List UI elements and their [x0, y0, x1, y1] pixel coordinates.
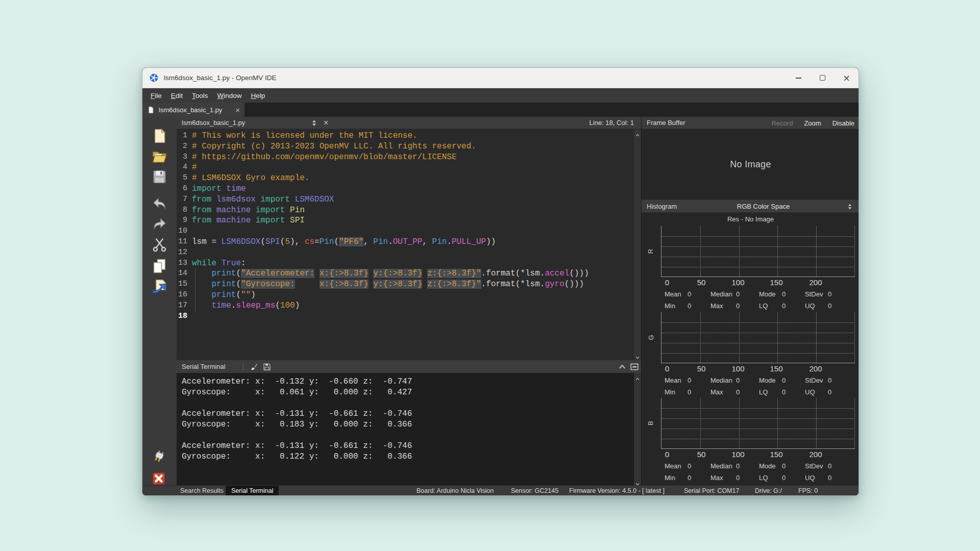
stat-value: 0 — [688, 302, 691, 310]
code-token: = — [314, 237, 320, 246]
terminal-line: Accelerometer: x: -0.132 y: -0.660 z: -0… — [182, 377, 641, 387]
code-token — [251, 216, 256, 225]
save-file-button[interactable] — [151, 168, 168, 185]
code-token: ())) — [565, 280, 584, 289]
code-token — [285, 206, 290, 215]
stat-label: Max — [710, 474, 736, 482]
code-token — [290, 195, 295, 204]
status-tab-serial-terminal[interactable]: Serial Terminal — [226, 486, 279, 496]
collapse-terminal-icon[interactable] — [618, 362, 627, 371]
scroll-down-icon[interactable] — [635, 480, 640, 485]
frame-buffer-view[interactable]: No Image — [642, 129, 859, 199]
code-token: cs — [305, 237, 314, 246]
minimize-button[interactable] — [787, 68, 811, 88]
connect-button[interactable] — [151, 449, 166, 465]
gridline — [739, 226, 740, 277]
disable-button[interactable]: Disable — [832, 119, 854, 127]
stat-label: UQ — [805, 388, 828, 396]
stat-mode: Mode0 — [759, 290, 786, 298]
open-file-name: lsm6dsox_basic_1.py — [182, 117, 245, 129]
menu-window[interactable]: Window — [213, 92, 247, 99]
editor-scrollbar[interactable] — [634, 129, 641, 360]
terminal-scrollbar[interactable] — [634, 373, 641, 486]
status-tab-search-results[interactable]: Search Results — [175, 486, 229, 496]
detach-terminal-icon[interactable] — [630, 362, 639, 371]
openmv-ide-window: lsm6dsox_basic_1.py - OpenMV IDE × FileE… — [142, 67, 859, 496]
menu-edit[interactable]: Edit — [166, 92, 187, 99]
redo-button[interactable] — [151, 216, 168, 233]
axis-tick: 150 — [770, 278, 782, 287]
code-line: 7from lsm6dsox import LSM6DSOX — [177, 194, 641, 205]
new-file-button[interactable] — [151, 128, 168, 144]
zoom-button[interactable]: Zoom — [804, 119, 821, 127]
gridline — [700, 226, 701, 277]
code-token: . — [447, 237, 452, 246]
line-content: from machine import SPI — [192, 215, 305, 226]
menu-file[interactable]: File — [146, 92, 166, 99]
paste-button[interactable] — [151, 278, 168, 295]
histogram-title: Histogram — [647, 200, 677, 213]
stats-row: Min0Max0LQ0UQ0 — [642, 302, 859, 312]
axis-tick: 50 — [697, 364, 706, 373]
code-token: from — [192, 195, 211, 204]
save-log-icon[interactable] — [262, 362, 272, 371]
code-editor[interactable]: 1# This work is licensed under the MIT l… — [177, 129, 641, 360]
close-button[interactable]: × — [835, 68, 859, 88]
undo-button[interactable] — [151, 195, 168, 212]
code-token: ) — [295, 301, 300, 310]
stat-label: LQ — [759, 302, 782, 310]
scroll-up-icon[interactable] — [635, 131, 640, 136]
tab-lsm6dsox-basic-1[interactable]: lsm6dsox_basic_1.py × — [142, 103, 244, 117]
copy-button[interactable] — [151, 258, 168, 274]
record-button[interactable]: Record — [771, 119, 793, 127]
stop-button[interactable] — [151, 471, 166, 486]
axis-tick: 200 — [809, 278, 822, 287]
gridline — [662, 236, 855, 237]
code-token: Pin — [373, 237, 388, 246]
code-token — [422, 269, 427, 278]
code-token: ( — [260, 237, 265, 246]
stat-min: Min0 — [665, 474, 691, 482]
stat-median: Median0 — [710, 290, 740, 298]
code-token — [251, 206, 256, 215]
code-line: 14 print("Accelerometer: x:{:>8.3f} y:{:… — [177, 268, 641, 279]
histogram-section-b: B050100150200Mean0Median0Mode0StDev0Min0… — [642, 397, 859, 483]
code-line: 8from machine import Pin — [177, 205, 641, 216]
open-file-button[interactable] — [151, 148, 168, 165]
color-space-dropdown-icon[interactable] — [846, 203, 853, 211]
scroll-up-icon[interactable] — [635, 374, 640, 380]
code-line: 16 print("") — [177, 290, 641, 300]
titlebar[interactable]: lsm6dsox_basic_1.py - OpenMV IDE × — [142, 68, 859, 88]
menu-tools[interactable]: Tools — [187, 92, 213, 99]
code-token — [314, 269, 320, 278]
gridline — [662, 322, 855, 323]
stat-lq: LQ0 — [759, 388, 786, 396]
gridline — [662, 257, 855, 257]
histogram-resolution: Res - No Image — [642, 214, 859, 225]
code-token: y:{:>8.3f} — [373, 280, 422, 289]
line-content: from lsm6dsox import LSM6DSOX — [192, 194, 334, 205]
code-token: : — [241, 259, 246, 268]
code-token: # — [192, 163, 197, 172]
editor-pane: lsm6dsox_basic_1.py × Line: 18, Col: 1 1… — [177, 117, 641, 486]
color-space-select[interactable]: RGB Color Space — [682, 200, 844, 212]
cut-button[interactable] — [151, 236, 168, 253]
code-token: . — [388, 237, 393, 246]
stat-value: 0 — [688, 377, 691, 384]
axis-tick: 0 — [665, 364, 669, 373]
clear-terminal-icon[interactable] — [249, 362, 258, 371]
axis-tick: 100 — [731, 450, 744, 459]
stat-label: Mode — [759, 462, 782, 470]
scroll-down-icon[interactable] — [635, 353, 640, 358]
file-selector-dropdown-icon[interactable] — [310, 119, 318, 127]
serial-terminal-output[interactable]: Accelerometer: x: -0.132 y: -0.660 z: -0… — [177, 373, 641, 486]
code-token: # Copyright (c) 2013-2023 OpenMV LLC. Al… — [192, 142, 476, 151]
code-token: print — [211, 269, 236, 278]
menu-help[interactable]: Help — [247, 92, 270, 99]
stat-label: Mean — [665, 377, 688, 384]
close-file-icon[interactable]: × — [324, 117, 328, 129]
stat-value: 0 — [828, 474, 831, 482]
code-token — [256, 195, 261, 204]
maximize-button[interactable] — [811, 68, 835, 88]
tab-close-icon[interactable]: × — [235, 106, 240, 114]
